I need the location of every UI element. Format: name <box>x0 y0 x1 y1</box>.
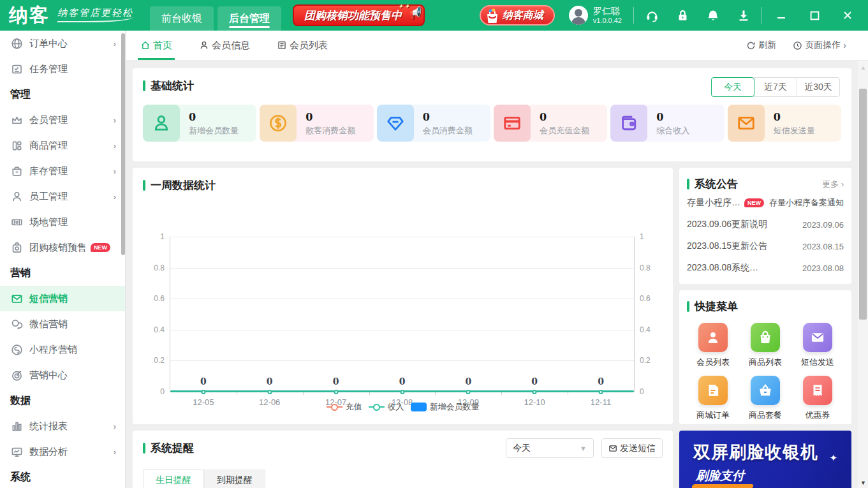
bar-marker-icon <box>411 403 427 411</box>
ad-headline: 双屏刷脸收银机 <box>693 441 818 464</box>
scroll-up-icon[interactable]: ▲ <box>860 64 866 71</box>
data-point[interactable] <box>334 390 338 394</box>
range-button-today[interactable]: 今天 <box>711 77 754 97</box>
chevron-down-icon: ▼ <box>580 445 587 452</box>
page-ops-icon <box>793 41 802 50</box>
date-range-group: 今天 近7天 近30天 <box>712 77 840 97</box>
sparkle-icon: ✦ ✦ <box>398 3 409 10</box>
close-button[interactable] <box>842 10 853 20</box>
data-point[interactable] <box>400 390 404 394</box>
bankcard-icon <box>494 105 531 142</box>
tab-birthday-reminder[interactable]: 生日提醒 <box>143 470 204 488</box>
venue-icon <box>10 216 23 228</box>
sidebar-item-member-management[interactable]: 会员管理› <box>0 107 125 133</box>
bell-icon[interactable] <box>707 9 719 22</box>
legend-recharge[interactable]: 充值 <box>327 401 362 413</box>
minimize-button[interactable] <box>776 10 786 20</box>
line-marker-icon <box>327 403 342 411</box>
announcement-row[interactable]: 2023.08.15更新公告 2023.08.15 <box>687 236 844 256</box>
sidebar-item-order-center[interactable]: 订单中心› <box>0 31 125 56</box>
sidebar-item-data-analysis[interactable]: 数据分析› <box>0 439 125 464</box>
globe-icon <box>10 37 23 50</box>
sidebar-item-goods-management[interactable]: 商品管理› <box>0 133 125 158</box>
stat-value: 0 <box>305 110 355 125</box>
maximize-button[interactable] <box>809 10 820 20</box>
quick-menu-mall-order[interactable]: 商城订单 <box>687 376 739 421</box>
data-point[interactable] <box>466 390 471 394</box>
send-sms-button[interactable]: 发送短信 <box>601 438 663 458</box>
y-axis-tick: 0.6 <box>154 294 165 303</box>
tab-home[interactable]: 首页 <box>140 31 172 60</box>
legend-new-members[interactable]: 新增会员数量 <box>411 401 480 413</box>
quick-menu-package[interactable]: 商品套餐 <box>739 376 791 421</box>
reminder-title: 系统提醒 <box>151 441 194 455</box>
shopping-bag-icon <box>485 8 500 25</box>
sidebar-item-miniapp-marketing[interactable]: 小程序营销 <box>0 337 125 362</box>
sidebar-item-marketing-center[interactable]: 营销中心 <box>0 362 125 388</box>
point-label: 0 <box>267 376 273 387</box>
stat-label: 会员消费金额 <box>423 125 473 137</box>
mall-badge[interactable]: 纳客商城 <box>480 5 555 26</box>
tab-member-list[interactable]: 会员列表 <box>277 31 328 60</box>
sidebar-item-groupbuy-presale[interactable]: 团购核销预售 NEW <box>0 235 125 260</box>
announcement-row[interactable]: 存量小程序… NEW 存量小程序备案通知 <box>687 193 844 213</box>
window-scrollbar[interactable]: ▲ ▼ <box>858 61 868 488</box>
more-link[interactable]: 更多 › <box>822 179 844 190</box>
sidebar-item-task-management[interactable]: 任务管理 <box>0 56 125 82</box>
user-name: 罗仁聪 <box>593 6 622 17</box>
quick-menu-coupon[interactable]: 优惠券 <box>791 376 844 421</box>
sidebar-item-sms-marketing[interactable]: 短信营销 <box>0 286 125 311</box>
page-operations-button[interactable]: 页面操作 › <box>793 40 846 51</box>
range-button-7days[interactable]: 近7天 <box>754 77 797 97</box>
scrollbar-thumb[interactable] <box>859 89 867 320</box>
customer-service-icon[interactable] <box>645 9 659 22</box>
sidebar-item-statistics-report[interactable]: 统计报表› <box>0 413 125 439</box>
sidebar-item-label: 库存管理 <box>29 165 68 177</box>
refresh-button[interactable]: 刷新 <box>746 40 776 51</box>
promo-banner[interactable]: 团购核销功能预售中 📢 ✦ ✦ <box>293 4 425 26</box>
user-box[interactable]: 罗仁聪 v1.0.0.42 <box>569 6 622 25</box>
chevron-right-icon: › <box>114 115 116 125</box>
sidebar-item-wechat-marketing[interactable]: 微信营销 <box>0 311 125 337</box>
scroll-down-icon[interactable]: ▼ <box>860 480 866 486</box>
nav-tab-cashier[interactable]: 前台收银 <box>150 6 214 31</box>
sidebar-scrollbar[interactable] <box>121 33 125 255</box>
quick-menu-goods-list[interactable]: 商品列表 <box>739 323 791 368</box>
reminder-date-select[interactable]: 今天 ▼ <box>506 438 594 458</box>
package-icon <box>751 376 780 405</box>
tab-expiry-reminder[interactable]: 到期提醒 <box>204 470 265 488</box>
task-icon <box>10 63 23 75</box>
data-point[interactable] <box>599 390 603 394</box>
report-icon <box>10 420 23 433</box>
sidebar-item-staff-management[interactable]: 员工管理› <box>0 184 125 209</box>
y-axis-tick: 0.4 <box>640 325 651 334</box>
point-label: 0 <box>333 376 339 387</box>
announcement-row[interactable]: 2023.09.06更新说明 2023.09.06 <box>687 214 844 235</box>
point-label: 0 <box>200 376 207 387</box>
announcement-row[interactable]: 2023.08.08系统… 2023.08.08 <box>687 258 844 278</box>
legend-income[interactable]: 收入 <box>369 401 404 413</box>
data-point[interactable] <box>533 390 537 394</box>
lock-icon[interactable] <box>677 9 689 22</box>
quick-menu-sms-send[interactable]: 短信发送 <box>791 323 844 368</box>
sidebar-item-inventory-management[interactable]: 库存管理› <box>0 158 125 184</box>
ad-banner[interactable]: 双屏刷脸收银机 刷脸支付 ✦ <box>679 431 851 488</box>
data-point[interactable] <box>267 390 272 394</box>
download-icon[interactable] <box>737 9 750 22</box>
range-button-30days[interactable]: 近30天 <box>797 77 840 97</box>
tab-member-info[interactable]: 会员信息 <box>199 31 250 60</box>
chart-title: 一周数据统计 <box>151 178 216 193</box>
sidebar-item-venue-management[interactable]: 场地管理 <box>0 209 125 235</box>
page-tabbar: 首页 会员信息 会员列表 刷新 页面操作 › <box>126 31 868 61</box>
line-marker-icon <box>369 403 385 411</box>
stat-label: 会员充值金额 <box>540 125 589 137</box>
chevron-right-icon: › <box>114 422 116 431</box>
stat-label: 新增会员数量 <box>189 125 239 137</box>
data-point[interactable] <box>201 390 205 394</box>
y-axis-tick: 0 <box>640 387 644 396</box>
y-axis-tick: 0.8 <box>640 263 651 272</box>
nav-tab-admin[interactable]: 后台管理 <box>217 6 281 31</box>
new-badge: NEW <box>91 243 110 252</box>
y-axis-tick: 0.2 <box>154 356 165 365</box>
quick-menu-member-list[interactable]: 会员列表 <box>687 323 739 368</box>
